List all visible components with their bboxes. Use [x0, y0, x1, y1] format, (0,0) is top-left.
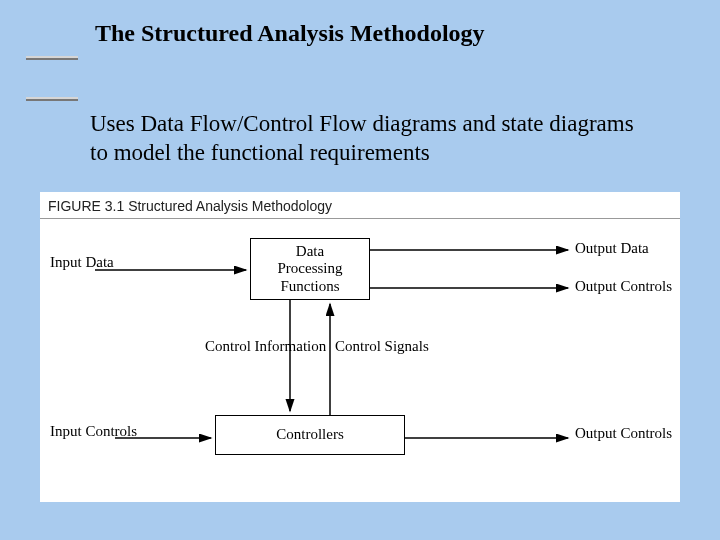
figure-caption: FIGURE 3.1 Structured Analysis Methodolo…	[48, 198, 332, 214]
diagram: Data Processing Functions Controllers In…	[40, 220, 680, 502]
body-accent-rule	[26, 97, 78, 101]
figure-container: FIGURE 3.1 Structured Analysis Methodolo…	[40, 192, 680, 502]
title-accent-rule	[26, 56, 78, 60]
slide-subtitle: Uses Data Flow/Control Flow diagrams and…	[90, 110, 650, 168]
diagram-arrows	[40, 220, 680, 502]
figure-caption-rule	[40, 218, 680, 219]
slide-title: The Structured Analysis Methodology	[95, 20, 485, 47]
